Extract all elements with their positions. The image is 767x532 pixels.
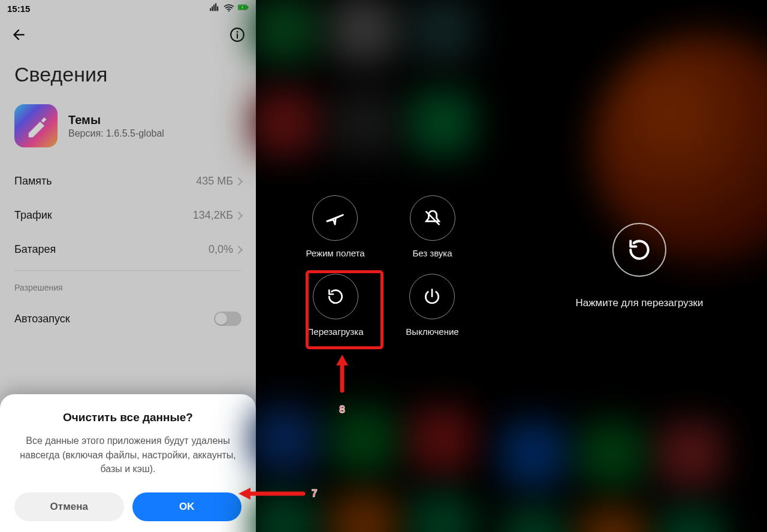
power-menu-screen: Режим полета Без звука Перезагрузка Выкл… [256,0,512,532]
cancel-button[interactable]: Отмена [14,492,124,521]
reboot-instruction: Нажмите для перезагрузки [576,297,703,309]
row-value: 435 МБ [196,175,233,188]
divider [14,270,241,271]
clear-data-dialog: Очистить все данные? Все данные этого пр… [0,394,256,532]
reboot-icon[interactable] [612,223,666,277]
back-icon[interactable] [11,27,26,45]
dialog-message: Все данные этого приложения будут удален… [14,434,241,476]
status-bar: 15:15 [0,0,256,16]
app-icon-themes [14,104,58,147]
section-permissions: Разрешения [0,279,256,301]
status-time: 15:15 [7,4,30,14]
power-icon [409,274,455,319]
annotation-step-8: 8 [334,353,351,416]
arrow-left-icon [236,485,308,502]
row-label: Батарея [14,243,56,256]
app-info-screen: 15:15 Сведения [0,0,256,532]
annotation-step-7: 7 [236,485,317,502]
option-label: Без звука [412,248,452,258]
annotation-number: 7 [312,488,317,500]
option-poweroff[interactable]: Выключение [406,274,458,337]
annotation-highlight-reboot [306,270,384,349]
airplane-icon [312,195,358,241]
row-value: 134,2КБ [193,209,233,222]
option-label: Выключение [406,327,458,337]
option-label: Режим полета [306,248,364,258]
option-airplane[interactable]: Режим полета [306,195,364,258]
row-value: 0,0% [209,243,233,256]
app-row: Темы Версия: 1.6.5.5-global [0,104,256,164]
app-name: Темы [68,113,164,127]
svg-point-0 [228,10,230,11]
row-battery[interactable]: Батарея 0,0% [0,232,256,267]
app-version: Версия: 1.6.5.5-global [68,128,164,139]
reboot-confirm: Нажмите для перезагрузки [512,0,767,532]
signal-icon [209,2,220,15]
row-memory[interactable]: Память 435 МБ [0,164,256,198]
option-silent[interactable]: Без звука [410,195,455,258]
reboot-confirm-screen: Нажмите для перезагрузки [512,0,767,532]
page-title: Сведения [0,49,256,104]
app-text: Темы Версия: 1.6.5.5-global [68,113,164,139]
dialog-buttons: Отмена OK [14,492,241,521]
row-label: Память [14,175,52,188]
power-menu: Режим полета Без звука Перезагрузка Выкл… [256,0,512,532]
top-bar [0,16,256,49]
arrow-up-icon [334,353,351,400]
row-traffic[interactable]: Трафик 134,2КБ [0,198,256,232]
row-label: Автозапуск [14,313,70,325]
dialog-title: Очистить все данные? [14,411,241,424]
silent-icon [410,195,455,241]
row-autostart[interactable]: Автозапуск [0,301,256,337]
row-label: Трафик [14,209,52,222]
annotation-number: 8 [339,404,345,416]
ok-button[interactable]: OK [132,492,242,521]
